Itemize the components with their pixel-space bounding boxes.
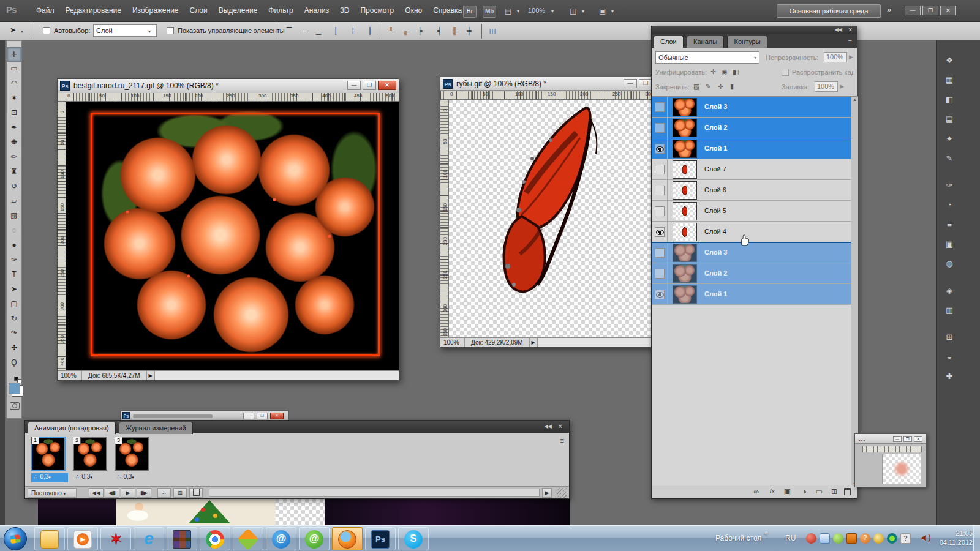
duplicate-frame-button[interactable]: ⊞ (173, 488, 187, 498)
frame-delay[interactable]: ∴0,3▾ (73, 473, 110, 482)
layer-group-icon[interactable]: ▭ (816, 487, 823, 496)
current-tool-icon[interactable]: ➤ (10, 26, 16, 34)
arrange-documents-icon[interactable]: ◫ (570, 5, 576, 17)
menu-image[interactable]: Изображение (127, 0, 184, 21)
layer-name[interactable]: Слой 5 (704, 207, 726, 214)
gradient-tool[interactable]: ▨ (7, 209, 21, 223)
tray-update-icon[interactable]: ? (860, 533, 870, 544)
next-frame-button[interactable]: ▮▶ (137, 488, 151, 498)
grid-caret-icon[interactable]: ▼ (516, 9, 521, 14)
dock-panel-icon[interactable]: ✚ (943, 370, 956, 383)
adjustment-layer-icon[interactable]: ◑ (802, 487, 807, 496)
new-layer-icon[interactable]: ⊞ (831, 487, 837, 496)
history-brush-tool[interactable]: ↺ (7, 179, 21, 194)
taskbar-winrar[interactable] (167, 527, 197, 550)
distribute-left-icon[interactable]: ╡ (434, 24, 446, 37)
menu-analysis[interactable]: Анализ (299, 0, 335, 21)
tween-button[interactable]: ∴ (157, 488, 171, 498)
align-left-icon[interactable]: ▏ (332, 24, 344, 37)
zoom-level-value[interactable]: 100% (528, 7, 545, 14)
start-button[interactable] (4, 527, 27, 550)
layer-name[interactable]: Слой 6 (704, 186, 726, 193)
layer-name[interactable]: Слой 3 (704, 249, 727, 256)
layer-thumbnail[interactable] (673, 285, 697, 304)
layer-thumbnail[interactable] (673, 119, 697, 137)
tray-antivirus-icon[interactable] (887, 533, 897, 544)
layer-name[interactable]: Слой 4 (704, 228, 726, 235)
tray-leaf-icon[interactable] (833, 533, 843, 544)
taskbar-download-manager[interactable]: ✶ (100, 527, 131, 550)
layer-name[interactable]: Слой 3 (704, 103, 727, 110)
document-window-butterfly[interactable]: Ps губы.gif @ 100% (RGB/8) * — ❐ 0501001… (440, 77, 655, 348)
clone-stamp-tool[interactable]: ♜ (7, 165, 21, 179)
layer-thumbnail[interactable] (673, 160, 697, 179)
dock-panel-icon[interactable]: ▤ (943, 113, 956, 126)
menu-view[interactable]: Просмотр (355, 0, 399, 21)
app-minimize-button[interactable]: — (905, 6, 921, 15)
lock-transparency-icon[interactable]: ▨ (693, 83, 699, 91)
taskbar-skype[interactable]: S (398, 527, 429, 550)
dock-panel-icon[interactable]: ❖ (943, 54, 956, 67)
dock-panel-icon[interactable]: ◒ (943, 350, 956, 364)
orbit-3d-tool[interactable]: ↷ (7, 326, 21, 341)
layer-row-dragging[interactable]: Слой 1 (652, 284, 851, 305)
visibility-toggle[interactable] (652, 242, 668, 263)
lock-all-icon[interactable]: ▮ (730, 83, 734, 91)
arrange-caret-icon[interactable]: ▼ (581, 9, 586, 14)
zoom-tool[interactable]: Ϙ (7, 356, 21, 370)
doc2-restore-button[interactable]: ❐ (639, 79, 652, 88)
menu-window[interactable]: Окно (399, 0, 428, 21)
frame-delay-value[interactable]: 0,3 (40, 473, 48, 480)
dock-panel-icon[interactable]: ✎ (943, 152, 956, 165)
dock-panel-icon[interactable]: ⊞ (943, 331, 956, 344)
screen-mode-icon[interactable]: ▣ (599, 5, 606, 17)
mini-minimize-button[interactable]: — (893, 436, 902, 442)
frame-delay[interactable]: ∴0,3▾ (115, 473, 151, 482)
delete-layer-icon[interactable] (844, 488, 851, 497)
unify-position-icon[interactable]: ✛ (710, 68, 716, 76)
visibility-toggle[interactable] (652, 201, 668, 222)
menu-select[interactable]: Выделение (213, 0, 263, 21)
layer-row[interactable]: Слой 6 (652, 180, 851, 201)
frame-delay[interactable]: ∴0,3▾ (31, 473, 68, 482)
doc-close-button[interactable]: ✕ (270, 413, 284, 419)
doc1-titlebar[interactable]: Ps bestgif.narod.ru_2117.gif @ 100% (RGB… (58, 79, 399, 92)
brush-tool[interactable]: ✏ (7, 150, 21, 165)
volume-icon[interactable]: ◄) (919, 532, 931, 542)
layer-name[interactable]: Слой 7 (704, 165, 726, 173)
align-right-icon[interactable]: ▕ (361, 24, 374, 37)
spot-healing-tool[interactable]: ❉ (7, 135, 21, 150)
visibility-toggle[interactable] (652, 222, 668, 242)
doc1-close-button[interactable]: ✕ (378, 81, 396, 90)
align-top-icon[interactable]: ▔ (283, 24, 295, 37)
delay-caret-icon[interactable]: ▾ (132, 475, 134, 479)
doc1-zoom-value[interactable]: 100% (58, 371, 82, 380)
app-close-button[interactable]: ✕ (940, 6, 956, 15)
tray-blue-icon[interactable] (820, 533, 830, 544)
dock-panel-icon[interactable]: ◈ (943, 284, 956, 298)
layer-row-dragging[interactable]: Слой 3 (652, 242, 851, 263)
dock-panel-icon[interactable]: ▣ (943, 238, 956, 251)
layer-style-icon[interactable]: fx (769, 487, 775, 495)
doc1-hscrollbar[interactable] (155, 371, 399, 380)
doc2-hscrollbar[interactable] (538, 338, 655, 347)
doc2-titlebar[interactable]: Ps губы.gif @ 100% (RGB/8) * — ❐ (440, 77, 655, 91)
mini-restore-button[interactable]: ❐ (903, 436, 912, 442)
taskbar-firefox[interactable] (332, 527, 363, 550)
magic-wand-tool[interactable]: ✶ (7, 91, 21, 106)
autoselect-caret-icon[interactable]: ▾ (148, 29, 151, 34)
visibility-toggle[interactable] (652, 118, 668, 138)
distribute-hcenter-icon[interactable]: ╫ (448, 24, 461, 37)
tool-preset-caret-icon[interactable]: ▾ (21, 29, 23, 34)
app-restore-button[interactable]: ❐ (922, 6, 938, 15)
autoselect-checkbox[interactable] (43, 27, 50, 34)
toolbar-chevron-icon[interactable]: » (764, 530, 768, 536)
dock-panel-icon[interactable]: ▥ (943, 304, 956, 317)
doc1-status-menu-arrow[interactable]: ▶ (146, 371, 155, 380)
layer-thumbnail[interactable] (673, 264, 697, 283)
opacity-value[interactable]: 100% (824, 52, 847, 62)
autoselect-dropdown[interactable]: Слой (93, 24, 157, 37)
doc-restore-button[interactable]: ❐ (257, 413, 268, 419)
layer-mask-icon[interactable]: ▣ (784, 487, 791, 496)
tray-red-icon[interactable] (806, 533, 816, 544)
